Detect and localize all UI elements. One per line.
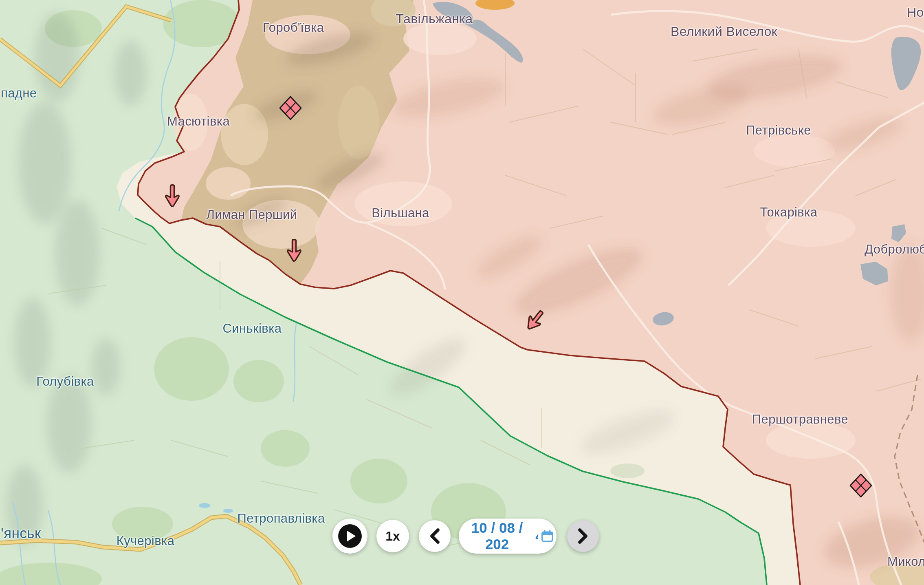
place-label: Токарівка <box>760 205 818 220</box>
place-label: Петрівське <box>746 123 811 138</box>
place-label: Голубівка <box>36 374 94 389</box>
place-label: Тавільжанка <box>396 11 473 26</box>
place-label: Кучерівка <box>117 534 175 548</box>
map-canvas[interactable]: Гороб'ївкаТавільжанкаНовоВеликий Виселок… <box>0 0 924 585</box>
place-label: Гороб'ївка <box>263 20 324 35</box>
place-label: Добролюб <box>865 242 924 257</box>
play-button[interactable] <box>332 519 367 554</box>
place-label: Вільшана <box>372 206 429 221</box>
date-partial-digit: 4 <box>535 528 538 544</box>
map-layers <box>0 0 924 585</box>
next-day-button[interactable] <box>567 520 599 552</box>
place-label: Першотравневе <box>752 412 848 427</box>
playback-speed-button[interactable]: 1x <box>376 520 409 552</box>
place-label: Масютівка <box>167 114 230 129</box>
place-label: Микол <box>887 554 924 569</box>
date-picker[interactable]: 10 / 08 / 2024 <box>459 519 557 554</box>
place-label: падне <box>1 86 37 101</box>
date-value: 10 / 08 / 202 <box>461 520 533 552</box>
playback-speed-label: 1x <box>385 529 400 544</box>
place-label: Лиман Перший <box>206 208 297 222</box>
chevron-left-icon <box>429 528 441 544</box>
calendar-icon <box>541 529 554 543</box>
play-icon <box>338 524 362 548</box>
place-label: Ново <box>907 5 924 20</box>
previous-day-button[interactable] <box>419 520 451 552</box>
timeline-controls: 1x 10 / 08 / 2024 <box>332 519 599 554</box>
place-label: 'янськ <box>1 525 41 541</box>
place-label: Великий Виселок <box>671 24 777 39</box>
place-label: Синьківка <box>223 321 282 336</box>
chevron-right-icon <box>577 528 589 544</box>
place-label: Петропавлівка <box>237 511 325 526</box>
